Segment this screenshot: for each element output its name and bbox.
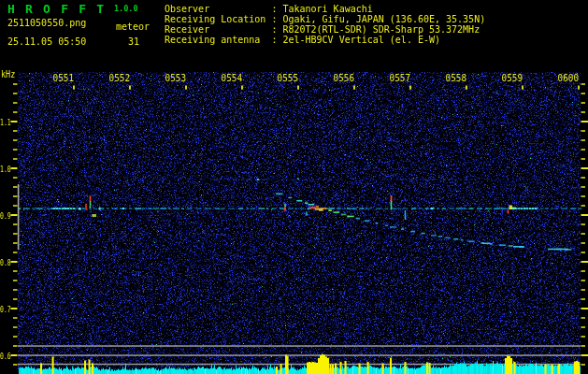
freq-axis-unit-label: kHz bbox=[1, 70, 15, 79]
freq-tick-label: 0.8 bbox=[0, 258, 11, 267]
app-version: 1.0.0 bbox=[114, 5, 138, 13]
time-tick-label: 0555 bbox=[276, 74, 298, 83]
time-tick-label: 0559 bbox=[500, 74, 523, 83]
freq-tick-label: 1.1 bbox=[0, 118, 11, 127]
time-tick-label: 0554 bbox=[220, 74, 242, 83]
observation-mode: meteor bbox=[116, 22, 150, 32]
station-info-row: Receiving antenna : 2el-HB9CV Vertical (… bbox=[165, 36, 440, 45]
hrofft-window: H R O F F T 1.0.0 2511050550.png meteor … bbox=[0, 0, 588, 374]
freq-tick-label: 0.9 bbox=[0, 211, 11, 221]
freq-tick-label: 0.7 bbox=[0, 305, 11, 314]
time-tick-label: 0552 bbox=[108, 74, 130, 83]
time-tick-label: 0553 bbox=[164, 74, 186, 83]
spectrogram-canvas bbox=[0, 0, 588, 374]
freq-tick-label: 0.6 bbox=[0, 352, 11, 361]
time-tick-label: 0557 bbox=[388, 74, 410, 83]
app-title: H R O F F T bbox=[7, 3, 106, 15]
freq-tick-label: 1.0 bbox=[0, 165, 11, 174]
meteor-echo-count: 31 bbox=[128, 37, 139, 47]
time-tick-label: 0556 bbox=[332, 74, 354, 83]
station-info-row: Receiver : R820T2(RTL-SDR) SDR-Sharp 53.… bbox=[165, 25, 480, 35]
station-info-row: Receiving Location : Ogaki, Gifu, JAPAN … bbox=[165, 15, 485, 24]
output-filename: 2511050550.png bbox=[7, 19, 86, 28]
time-tick-label: 0600 bbox=[556, 74, 579, 83]
station-info-row: Observer : Takanori Kawachi bbox=[165, 5, 373, 14]
observation-datetime: 25.11.05 05:50 bbox=[7, 37, 86, 47]
time-tick-label: 0558 bbox=[444, 74, 466, 83]
time-tick-label: 0551 bbox=[51, 74, 74, 83]
